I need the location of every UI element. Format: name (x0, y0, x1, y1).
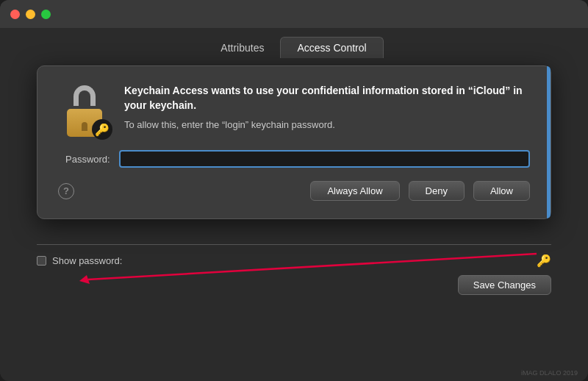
dialog-text: Keychain Access wants to use your confid… (124, 84, 530, 132)
main-window: Attributes Access Control 🔑 Keychain Acc… (0, 0, 588, 381)
padlock-icon: 🔑 (58, 84, 111, 137)
dialog-subtitle: To allow this, enter the “login” keychai… (124, 118, 530, 132)
dialog-title: Keychain Access wants to use your confid… (124, 84, 530, 113)
show-password-label: Show password: (52, 255, 122, 266)
key-icon: 🔑 (537, 254, 551, 268)
title-bar (0, 0, 588, 28)
separator (37, 244, 551, 245)
save-changes-row: Save Changes (0, 275, 588, 295)
deny-button[interactable]: Deny (409, 181, 465, 201)
close-button[interactable] (10, 10, 20, 19)
allow-button[interactable]: Allow (473, 181, 530, 201)
tab-attributes[interactable]: Attributes (204, 38, 280, 58)
button-row: ? Always Allow Deny Allow (58, 181, 530, 201)
password-input[interactable] (119, 150, 530, 168)
password-row: Password: (58, 150, 530, 168)
minimize-button[interactable] (26, 10, 35, 19)
always-allow-button[interactable]: Always Allow (310, 181, 399, 201)
main-content: 🔑 Keychain Access wants to use your conf… (0, 65, 588, 234)
tab-access-control[interactable]: Access Control (280, 37, 383, 58)
tab-bar: Attributes Access Control (0, 28, 588, 58)
save-changes-button[interactable]: Save Changes (458, 275, 551, 295)
help-button[interactable]: ? (58, 183, 74, 199)
show-password-row: Show password: 🔑 (37, 251, 551, 268)
maximize-button[interactable] (41, 10, 51, 19)
keys-badge: 🔑 (92, 119, 112, 140)
password-label: Password: (65, 154, 110, 165)
padlock-shackle (74, 85, 96, 106)
padlock-keyhole (82, 122, 87, 131)
show-password-checkbox[interactable] (37, 256, 46, 266)
dialog-sheet: 🔑 Keychain Access wants to use your conf… (37, 65, 551, 219)
traffic-lights (10, 10, 51, 19)
watermark: iMAG DLALO 2019 (521, 369, 578, 377)
dialog-top: 🔑 Keychain Access wants to use your conf… (58, 84, 530, 137)
bottom-area: Show password: 🔑 (0, 244, 588, 268)
